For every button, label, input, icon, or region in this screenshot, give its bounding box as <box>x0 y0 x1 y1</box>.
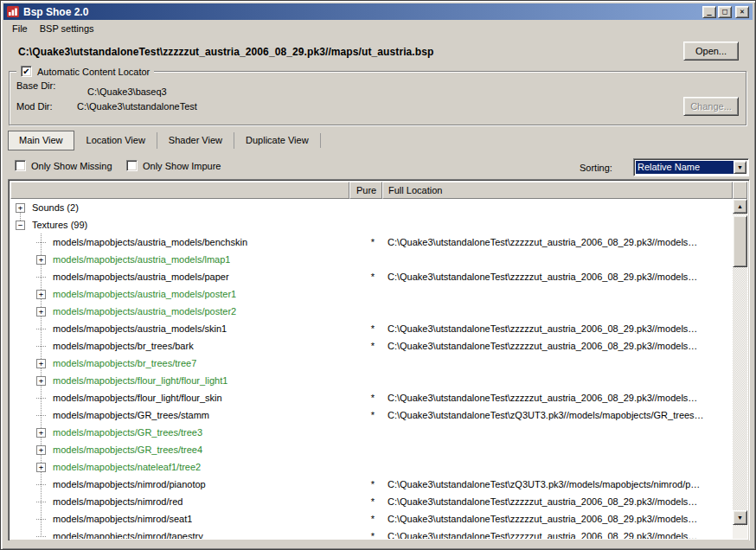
tree-item-label: models/mapobjects/austria_models/paper <box>53 272 229 282</box>
tree-item-label: models/mapobjects/nimrod/tapestry <box>53 531 203 539</box>
tree-row[interactable]: + models/mapobjects/austria_models/poste… <box>10 285 733 303</box>
window-title: Bsp Shoe 2.0 <box>23 6 88 18</box>
sorting-label: Sorting: <box>580 163 612 173</box>
expand-plus-icon[interactable]: + <box>36 428 46 438</box>
minimize-button-icon[interactable]: _ <box>702 6 716 18</box>
base-dir-label: Base Dir: <box>16 80 55 91</box>
pure-cell: * <box>348 410 381 420</box>
tree-row[interactable]: models/mapobjects/austria_models/benchsk… <box>10 233 733 251</box>
tree-item-label: models/mapobjects/br_trees/tree7 <box>53 358 196 368</box>
tab-shader-view[interactable]: Shader View <box>157 132 234 149</box>
menu-item-file[interactable]: File <box>6 22 34 35</box>
tree-leaf-stub <box>36 519 46 520</box>
mod-dir-value: C:\Quake3\utstandaloneTest <box>77 101 197 112</box>
full-location-cell: C:\Quake3\utstandaloneTest\zzzzzut_austr… <box>381 237 733 247</box>
window-controls: _ □ ✕ <box>702 6 749 18</box>
tree-cell: models/mapobjects/nimrod/seat1 <box>10 514 348 524</box>
tree-row[interactable]: + Sounds (2) <box>10 199 733 216</box>
tree-row[interactable]: models/mapobjects/br_trees/bark * C:\Qua… <box>10 337 733 355</box>
tree-item-label: models/mapobjects/austria_models/poster2 <box>53 306 236 317</box>
pure-cell: * <box>348 341 381 351</box>
tree-row[interactable]: models/mapobjects/nimrod/red * C:\Quake3… <box>10 493 733 510</box>
tree-row[interactable]: models/mapobjects/GR_trees/stamm * C:\Qu… <box>10 406 733 424</box>
mod-dir-label: Mod Dir: <box>16 101 53 112</box>
column-header-filler <box>733 182 747 199</box>
column-header-pure[interactable]: Pure <box>349 182 382 199</box>
tree-row[interactable]: + models/mapobjects/flour_light/flour_li… <box>10 372 733 389</box>
tree-item-label: Sounds (2) <box>32 202 79 213</box>
tree-leaf-stub <box>36 242 46 243</box>
tree-item-label: models/mapobjects/flour_light/flour_skin <box>53 393 222 403</box>
tree-row[interactable]: + models/mapobjects/br_trees/tree7 <box>10 355 733 372</box>
tree-cell: + models/mapobjects/flour_light/flour_li… <box>10 375 348 386</box>
app-icon <box>7 6 19 17</box>
full-location-cell: C:\Quake3\utstandaloneTest\zzzzzut_austr… <box>381 323 733 334</box>
pure-cell: * <box>348 531 381 539</box>
expand-plus-icon[interactable]: + <box>16 203 25 213</box>
tree-cell: models/mapobjects/nimrod/tapestry <box>10 531 348 539</box>
tree-row[interactable]: + models/mapobjects/GR_trees/tree4 <box>10 441 733 458</box>
change-button[interactable]: Change... <box>683 97 739 116</box>
tab-location-view[interactable]: Location View <box>75 132 157 149</box>
only-show-impure-checkbox[interactable] <box>126 160 138 171</box>
scroll-up-icon[interactable]: ▲ <box>733 199 747 214</box>
tree-row[interactable]: + models/mapobjects/austria_models/poste… <box>10 303 733 320</box>
vertical-scrollbar[interactable]: ▲ ▼ <box>733 199 747 539</box>
tree-row[interactable]: models/mapobjects/nimrod/pianotop * C:\Q… <box>10 476 733 493</box>
expand-plus-icon[interactable]: + <box>36 445 46 455</box>
expand-plus-icon[interactable]: + <box>36 376 46 386</box>
tab-main-view[interactable]: Main View <box>8 131 74 150</box>
expand-plus-icon[interactable]: + <box>36 307 46 317</box>
maximize-button-icon[interactable]: □ <box>718 6 732 18</box>
expand-plus-icon[interactable]: + <box>36 290 46 299</box>
tab-duplicate-view[interactable]: Duplicate View <box>234 132 320 149</box>
expand-plus-icon[interactable]: + <box>36 255 46 265</box>
tree-rows: + Sounds (2) − Textures (99) models/mapo… <box>10 199 733 539</box>
collapse-minus-icon[interactable]: − <box>16 221 25 230</box>
locator-checkbox[interactable]: ✔ <box>21 66 32 77</box>
tree-cell: models/mapobjects/austria_models/skin1 <box>10 323 348 334</box>
tree-leaf-stub <box>36 346 46 347</box>
tree-row[interactable]: models/mapobjects/flour_light/flour_skin… <box>10 389 733 406</box>
full-location-cell: C:\Quake3\utstandaloneTest\zQ3UT3.pk3//m… <box>381 410 733 420</box>
tree-cell: models/mapobjects/austria_models/benchsk… <box>10 237 348 247</box>
close-button-icon[interactable]: ✕ <box>735 6 749 18</box>
scroll-down-icon[interactable]: ▼ <box>733 510 747 525</box>
tree-leaf-stub <box>36 415 46 416</box>
column-header-full-location[interactable]: Full Location <box>382 182 733 199</box>
open-button[interactable]: Open... <box>683 42 739 61</box>
scrollbar-thumb[interactable] <box>733 215 747 267</box>
sorting-dropdown[interactable]: Relative Name ▼ <box>633 158 749 176</box>
tree-item-label: models/mapobjects/nateleaf1/tree2 <box>53 462 201 472</box>
expand-plus-icon[interactable]: + <box>36 359 46 368</box>
only-show-missing-checkbox[interactable] <box>15 160 26 171</box>
tree-row[interactable]: − Textures (99) <box>10 216 733 233</box>
tree-cell: + models/mapobjects/GR_trees/tree4 <box>10 444 348 455</box>
full-location-cell: C:\Quake3\utstandaloneTest\zzzzzut_austr… <box>381 496 733 507</box>
tree-item-label: models/mapobjects/nimrod/pianotop <box>53 479 206 489</box>
full-location-cell: C:\Quake3\utstandaloneTest\zQ3UT3.pk3//m… <box>381 479 733 489</box>
tree-cell: models/mapobjects/br_trees/bark <box>10 341 348 351</box>
tree-row[interactable]: + models/mapobjects/nateleaf1/tree2 <box>10 458 733 476</box>
tree-item-label: models/mapobjects/nimrod/red <box>53 496 183 507</box>
full-location-cell: C:\Quake3\utstandaloneTest\zzzzzut_austr… <box>381 341 733 351</box>
tree-cell: + models/mapobjects/austria_models/lmap1 <box>10 254 348 265</box>
tree-row[interactable]: models/mapobjects/nimrod/seat1 * C:\Quak… <box>10 510 733 528</box>
menu-bar: File BSP settings <box>3 21 753 36</box>
menu-item-bsp-settings[interactable]: BSP settings <box>34 22 100 35</box>
list-header: Pure Full Location <box>10 182 747 199</box>
only-show-impure-filter: Only Show Impure <box>126 160 221 171</box>
tree-item-label: models/mapobjects/austria_models/benchsk… <box>53 237 247 247</box>
tree-row[interactable]: models/mapobjects/austria_models/paper *… <box>10 268 733 285</box>
tree-row[interactable]: models/mapobjects/nimrod/tapestry * C:\Q… <box>10 528 733 539</box>
tree-row[interactable]: + models/mapobjects/GR_trees/tree3 <box>10 424 733 441</box>
chevron-down-icon[interactable]: ▼ <box>734 161 746 174</box>
tree-item-label: models/mapobjects/austria_models/poster1 <box>53 289 236 299</box>
pure-cell: * <box>348 272 381 282</box>
tree-row[interactable]: + models/mapobjects/austria_models/lmap1 <box>10 251 733 268</box>
column-header-tree[interactable] <box>10 182 349 199</box>
tree-row[interactable]: models/mapobjects/austria_models/skin1 *… <box>10 320 733 337</box>
bottom-strip <box>3 540 753 547</box>
expand-plus-icon[interactable]: + <box>36 463 46 472</box>
pure-cell: * <box>348 496 381 507</box>
